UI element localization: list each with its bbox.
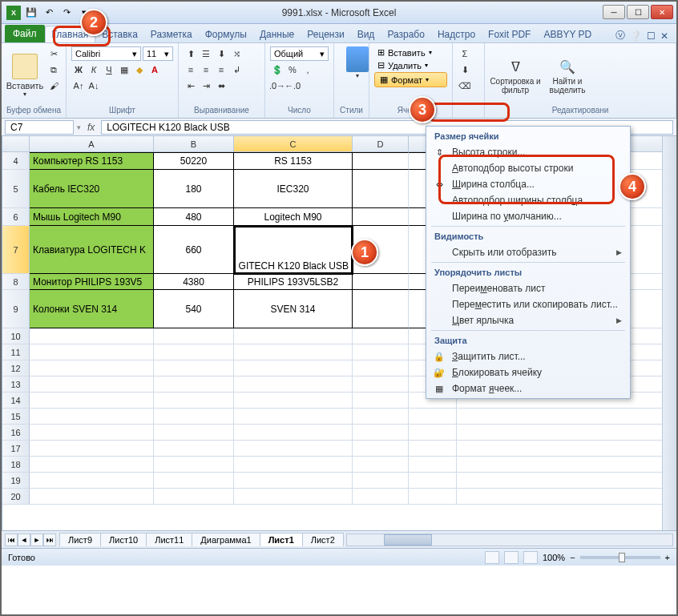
vertical-scrollbar[interactable] — [662, 136, 676, 530]
font-size-combo[interactable]: 11▾ — [143, 46, 173, 61]
sheet-tab[interactable]: Лист1 — [260, 533, 303, 546]
cell[interactable]: Кабель IEC320 — [30, 170, 154, 208]
font-color-icon[interactable]: A — [147, 62, 162, 77]
dd-tab-color[interactable]: Цвет ярлычка▶ — [428, 312, 628, 328]
tab-view[interactable]: Вид — [351, 26, 381, 42]
cell[interactable] — [234, 409, 353, 425]
comma-icon[interactable]: , — [301, 62, 315, 77]
cell[interactable]: Клавиатура LOGITECH K — [30, 226, 154, 274]
dd-move-sheet[interactable]: Переместить или скопировать лист... — [428, 296, 628, 312]
cell[interactable] — [353, 170, 409, 208]
cell[interactable] — [234, 360, 353, 376]
cut-icon[interactable]: ✂ — [46, 46, 61, 61]
sort-filter-button[interactable]: ᐁ Сортировка и фильтр — [490, 46, 541, 104]
autosum-icon[interactable]: Σ — [458, 46, 472, 61]
cell[interactable] — [154, 441, 234, 457]
sheet-nav-first-icon[interactable]: ⏮ — [5, 533, 18, 546]
grow-font-icon[interactable]: A↑ — [71, 79, 86, 93]
cell[interactable]: SVEN 314 — [234, 290, 353, 328]
horizontal-scrollbar[interactable] — [346, 533, 673, 546]
align-top-icon[interactable]: ⬆ — [184, 46, 198, 61]
cell[interactable] — [30, 425, 154, 441]
row-header[interactable]: 8 — [2, 274, 30, 290]
cell[interactable] — [353, 441, 409, 457]
cell[interactable] — [353, 208, 409, 226]
number-format-combo[interactable]: Общий▾ — [270, 46, 329, 61]
tab-layout[interactable]: Разметка — [144, 26, 199, 42]
view-break-icon[interactable] — [523, 551, 538, 564]
copy-icon[interactable]: ⧉ — [46, 62, 61, 77]
cell[interactable] — [154, 489, 234, 505]
increase-decimal-icon[interactable]: .0→ — [270, 79, 285, 93]
col-header-a[interactable]: A — [30, 136, 154, 151]
cell[interactable]: 4380 — [154, 274, 234, 290]
align-left-icon[interactable]: ≡ — [184, 62, 198, 77]
cell[interactable] — [353, 360, 409, 376]
cell[interactable]: RS 1153 — [234, 152, 353, 170]
cell[interactable] — [30, 360, 154, 376]
cell[interactable] — [154, 425, 234, 441]
cell[interactable]: GITECH K120 Black USB — [234, 226, 353, 274]
cell[interactable] — [154, 376, 234, 393]
dd-protect-sheet[interactable]: 🔒Защитить лист... — [428, 348, 628, 364]
cell[interactable] — [353, 328, 409, 344]
cell[interactable]: Мышь Logitech M90 — [30, 208, 154, 226]
view-layout-icon[interactable] — [504, 551, 519, 564]
cell[interactable]: 50220 — [154, 152, 234, 170]
col-header-c[interactable]: C — [234, 136, 353, 151]
italic-icon[interactable]: К — [87, 62, 101, 77]
row-header[interactable]: 13 — [2, 376, 30, 393]
row-header[interactable]: 18 — [2, 457, 30, 473]
merge-icon[interactable]: ⬌ — [214, 79, 228, 93]
select-all-corner[interactable] — [2, 136, 30, 151]
row-header[interactable]: 5 — [2, 170, 30, 208]
tab-abbyy[interactable]: ABBYY PD — [537, 26, 598, 42]
orientation-icon[interactable]: ⤭ — [229, 46, 244, 61]
sheet-tab[interactable]: Лист2 — [302, 533, 344, 546]
row-header[interactable]: 19 — [2, 473, 30, 489]
name-box[interactable]: C7 — [5, 120, 74, 135]
cell[interactable] — [154, 328, 234, 344]
cell[interactable]: Компьютер RS 1153 — [30, 152, 154, 170]
dd-autofit-col[interactable]: Автоподбор ширины столбца — [428, 192, 628, 208]
row-header[interactable]: 12 — [2, 360, 30, 376]
cell[interactable] — [234, 441, 353, 457]
percent-icon[interactable]: % — [285, 62, 300, 77]
close-button[interactable]: ✕ — [651, 5, 673, 19]
cell[interactable] — [154, 393, 234, 409]
cell[interactable] — [30, 409, 154, 425]
dd-rename-sheet[interactable]: Переименовать лист — [428, 280, 628, 296]
minimize-ribbon-icon[interactable]: ⓥ — [615, 29, 625, 42]
cell[interactable] — [353, 344, 409, 360]
dd-format-cells[interactable]: ▦Формат ячеек... — [428, 380, 628, 397]
cell[interactable] — [353, 274, 409, 290]
tab-foxit[interactable]: Foxit PDF — [482, 26, 537, 42]
row-header[interactable]: 20 — [2, 489, 30, 505]
cell[interactable]: 480 — [154, 208, 234, 226]
cell[interactable]: Монитор PHILIPS 193V5 — [30, 274, 154, 290]
cell[interactable] — [234, 344, 353, 360]
tab-developer[interactable]: Разрабо — [381, 26, 431, 42]
tab-data[interactable]: Данные — [253, 26, 301, 42]
help-icon[interactable]: ❔ — [630, 30, 642, 42]
cell[interactable] — [30, 376, 154, 393]
sheet-nav-next-icon[interactable]: ► — [30, 533, 43, 546]
cell[interactable] — [30, 489, 154, 505]
cell[interactable] — [234, 393, 353, 409]
delete-cells-button[interactable]: ⊟Удалить▾ — [374, 59, 447, 71]
sheet-tab[interactable]: Лист11 — [146, 533, 192, 546]
row-header[interactable]: 6 — [2, 208, 30, 226]
wrap-text-icon[interactable]: ↲ — [229, 62, 244, 77]
format-cells-button[interactable]: ▦Формат▾ — [374, 72, 447, 87]
cell[interactable] — [234, 425, 353, 441]
row-header[interactable]: 7 — [2, 226, 30, 274]
row-header[interactable]: 16 — [2, 425, 30, 441]
cell[interactable]: PHILIPS 193V5LSB2 — [234, 274, 353, 290]
cell[interactable]: 540 — [154, 290, 234, 328]
align-middle-icon[interactable]: ☰ — [199, 46, 213, 61]
cell[interactable]: Колонки SVEN 314 — [30, 290, 154, 328]
window-close-icon[interactable]: ✕ — [660, 30, 668, 42]
col-header-b[interactable]: B — [154, 136, 234, 151]
row-header[interactable]: 9 — [2, 290, 30, 328]
zoom-out-icon[interactable]: − — [570, 553, 575, 562]
